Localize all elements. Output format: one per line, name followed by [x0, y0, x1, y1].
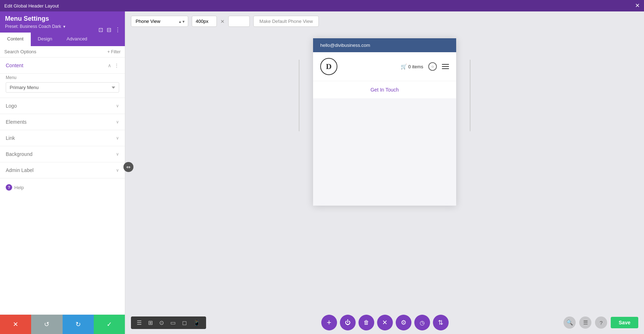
hamburger-line-2 — [442, 66, 449, 67]
trash-button[interactable]: 🗑 — [358, 315, 374, 330]
panel-resize-icon[interactable]: ⊡ — [98, 26, 103, 33]
background-section-title: Background — [6, 151, 33, 157]
toolbar-right-area: 🔍 ☰ ? Save — [564, 316, 638, 329]
toolbar-left-icons: ☰ ⊞ ⊙ ▭ ◻ 📱 — [131, 316, 206, 329]
close-action-button[interactable]: ✕ — [377, 315, 393, 330]
search-bar: + Filter — [0, 46, 125, 58]
cart-count: 0 items — [408, 64, 423, 69]
logo-section-title: Logo — [6, 103, 17, 109]
panel-title: Menu Settings — [5, 15, 120, 23]
undo-button[interactable]: ↺ — [31, 315, 62, 334]
logo-section[interactable]: Logo ∨ — [0, 98, 125, 114]
admin-label-chevron: ∨ — [116, 168, 119, 173]
canvas-area: hello@divibusiness.com D 🛒 0 items ○ — [125, 31, 644, 311]
panel-drag-handle[interactable]: ⇔ — [123, 162, 133, 172]
canvas-guide-right — [470, 60, 470, 131]
toolbar-tablet-icon[interactable]: ◻ — [180, 319, 189, 327]
help-icon: ? — [6, 184, 12, 191]
panel-header-icons: ⊡ ⊟ ⋮ — [98, 26, 121, 33]
preview-get-in-touch: Get In Touch — [313, 81, 456, 98]
preset-text: Preset: Business Coach Dark — [5, 24, 61, 29]
link-section-title: Link — [6, 135, 15, 141]
elements-section-title: Elements — [6, 119, 26, 125]
menu-select[interactable]: Primary Menu Secondary Menu Footer Menu — [6, 82, 119, 93]
content-section-expand[interactable]: ∧ — [108, 63, 111, 68]
preview-nav-right: 🛒 0 items ○ — [401, 62, 449, 71]
viewport-toolbar: Phone View Tablet View Desktop View ▲▼ ✕… — [125, 11, 644, 31]
save-button[interactable]: Save — [611, 317, 638, 328]
phone-preview-frame: hello@divibusiness.com D 🛒 0 items ○ — [313, 38, 456, 206]
bottom-toolbar: ☰ ⊞ ⊙ ▭ ◻ 📱 + ⏻ 🗑 ✕ ⚙ ◷ ⇅ 🔍 ☰ ? Save — [125, 311, 644, 334]
content-section-more[interactable]: ⋮ — [114, 63, 119, 68]
content-section-header[interactable]: Content ∧ ⋮ — [0, 58, 125, 74]
menu-right-icon[interactable]: ☰ — [579, 316, 591, 329]
title-bar-text: Edit Global Header Layout — [4, 3, 59, 9]
content-section-title: Content — [6, 63, 23, 68]
preview-email-bar: hello@divibusiness.com — [313, 38, 456, 52]
toolbar-grid-icon[interactable]: ⊞ — [146, 319, 155, 327]
panel-header: Menu Settings Preset: Business Coach Dar… — [0, 11, 125, 33]
admin-label-section[interactable]: Admin Label ∨ — [0, 162, 125, 178]
background-section[interactable]: Background ∨ — [0, 146, 125, 162]
view-select[interactable]: Phone View Tablet View Desktop View — [131, 16, 188, 27]
make-default-button[interactable]: Make Default Phone View — [253, 16, 319, 27]
preview-empty-area — [313, 98, 456, 206]
redo-button[interactable]: ↻ — [63, 315, 94, 334]
link-chevron: ∨ — [116, 136, 119, 141]
menu-field: Menu Primary Menu Secondary Menu Footer … — [0, 74, 125, 98]
background-chevron: ∨ — [116, 152, 119, 157]
panel-bottom-bar: ✕ ↺ ↻ ✓ — [0, 314, 125, 334]
cart-emoji: 🛒 — [401, 64, 407, 69]
hamburger-line-1 — [442, 64, 449, 65]
add-button[interactable]: + — [321, 315, 337, 330]
preview-email-link[interactable]: hello@divibusiness.com — [320, 43, 370, 48]
search-right-icon[interactable]: 🔍 — [564, 316, 576, 329]
search-circle-icon: ○ — [428, 62, 437, 71]
menu-label: Menu — [6, 75, 119, 80]
main-area: Phone View Tablet View Desktop View ▲▼ ✕… — [125, 11, 644, 334]
toolbar-phone-icon[interactable]: 📱 — [191, 319, 203, 327]
preset-arrow: ▼ — [63, 25, 66, 29]
hamburger-menu-icon — [442, 64, 449, 69]
help-right-icon[interactable]: ? — [595, 316, 607, 329]
hamburger-line-3 — [442, 68, 449, 69]
panel-columns-icon[interactable]: ⊟ — [107, 26, 111, 33]
help-section[interactable]: ? Help — [0, 178, 125, 196]
tab-advanced[interactable]: Advanced — [59, 33, 94, 46]
extra-width-input[interactable] — [228, 16, 250, 27]
title-bar: Edit Global Header Layout ✕ — [0, 0, 644, 11]
toolbar-desktop-icon[interactable]: ▭ — [168, 319, 178, 327]
toolbar-list-icon[interactable]: ☰ — [135, 319, 144, 327]
title-bar-close-button[interactable]: ✕ — [635, 3, 640, 9]
search-input[interactable] — [4, 49, 104, 54]
history-button[interactable]: ◷ — [414, 315, 430, 330]
canvas-guide-left — [299, 60, 299, 131]
filter-button[interactable]: + Filter — [107, 49, 121, 54]
elements-chevron: ∨ — [116, 119, 119, 124]
width-input[interactable] — [192, 16, 217, 27]
preview-logo: D — [320, 58, 337, 75]
left-panel: Menu Settings Preset: Business Coach Dar… — [0, 11, 125, 334]
tabs: Content Design Advanced — [0, 33, 125, 46]
elements-section[interactable]: Elements ∨ — [0, 114, 125, 130]
link-section[interactable]: Link ∨ — [0, 130, 125, 146]
logo-chevron: ∨ — [116, 103, 119, 108]
preview-nav: D 🛒 0 items ○ — [313, 52, 456, 81]
help-label: Help — [14, 185, 24, 190]
settings-button[interactable]: ⚙ — [396, 315, 411, 330]
tab-design[interactable]: Design — [31, 33, 59, 46]
toolbar-center-buttons: + ⏻ 🗑 ✕ ⚙ ◷ ⇅ — [321, 315, 449, 330]
tab-content[interactable]: Content — [0, 33, 31, 46]
view-select-wrapper: Phone View Tablet View Desktop View ▲▼ — [131, 16, 188, 27]
confirm-button[interactable]: ✓ — [94, 315, 125, 334]
admin-label-section-title: Admin Label — [6, 167, 34, 173]
power-button[interactable]: ⏻ — [340, 315, 356, 330]
sort-button[interactable]: ⇅ — [433, 315, 449, 330]
panel-more-icon[interactable]: ⋮ — [115, 26, 121, 33]
width-close-button[interactable]: ✕ — [220, 19, 225, 24]
panel-content: Content ∧ ⋮ Menu Primary Menu Secondary … — [0, 58, 125, 314]
toolbar-search-icon[interactable]: ⊙ — [157, 319, 166, 327]
cart-icon: 🛒 0 items — [401, 64, 423, 69]
cancel-button[interactable]: ✕ — [0, 315, 31, 334]
content-section-icons: ∧ ⋮ — [108, 63, 119, 68]
